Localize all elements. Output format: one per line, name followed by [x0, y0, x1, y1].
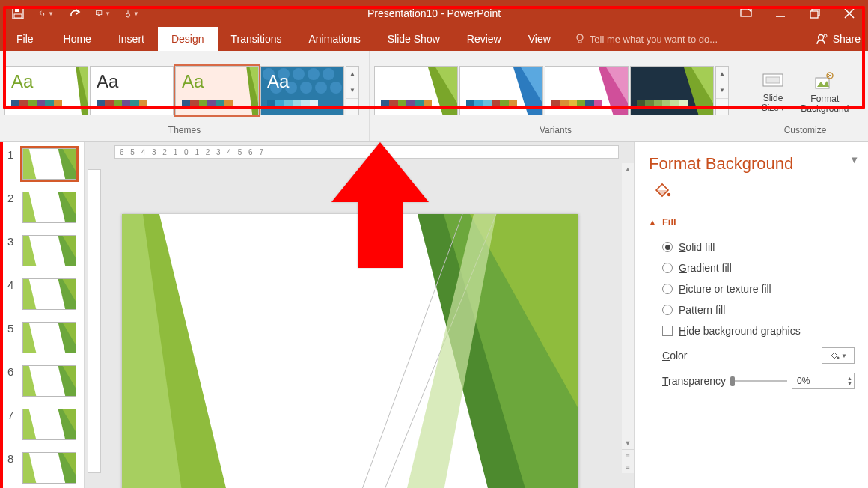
hide-bg-graphics-check[interactable]: Hide background graphics — [649, 322, 855, 343]
fill-bucket-icon[interactable] — [652, 181, 855, 203]
format-background-label: FormatBackground — [801, 94, 849, 114]
slide-size-button[interactable]: SlideSize ▾ — [756, 67, 791, 114]
spin-up-icon[interactable]: ▲ — [847, 376, 852, 381]
touch-mouse-mode-icon[interactable]: ▼ — [124, 6, 139, 21]
tab-home[interactable]: Home — [50, 27, 105, 51]
radio-icon — [662, 305, 673, 315]
slide-thumbnail[interactable]: 3 — [3, 234, 84, 277]
slide-editor: 6 5 4 3 2 1 0 1 2 3 4 5 6 7 — [84, 142, 635, 488]
radio-icon — [662, 242, 673, 252]
svg-marker-52 — [23, 279, 36, 310]
tab-design[interactable]: Design — [158, 27, 218, 51]
share-button[interactable]: Share — [809, 27, 868, 51]
themes-group: AaAa AaAa▲▼▾ Themes — [0, 51, 370, 141]
picture-fill-radio[interactable]: Picture or texture fill — [649, 280, 855, 301]
gradient-fill-radio[interactable]: Gradient fill — [649, 259, 855, 280]
svg-rect-1 — [15, 8, 19, 12]
slide-thumbnail[interactable]: 7 — [3, 407, 84, 451]
tab-view[interactable]: View — [515, 27, 564, 51]
themes-group-label: Themes — [0, 125, 369, 141]
variants-group-label: Variants — [370, 125, 742, 141]
variant-card[interactable] — [545, 66, 629, 115]
workspace: 1 2 3 4 — [0, 142, 868, 488]
transparency-value: 0% — [797, 376, 810, 386]
variant-card[interactable] — [630, 66, 714, 115]
color-control-row: Color ▼ — [649, 343, 855, 368]
slide-thumbnail[interactable]: 2 — [3, 190, 84, 234]
minimize-icon[interactable] — [774, 7, 787, 20]
restore-icon[interactable] — [808, 7, 822, 20]
gallery-down-icon[interactable]: ▼ — [346, 82, 358, 99]
transparency-label: Transparency — [662, 375, 726, 387]
themes-gallery-scroll[interactable]: ▲▼▾ — [346, 66, 359, 115]
transparency-slider[interactable] — [726, 380, 792, 382]
close-icon[interactable] — [843, 7, 856, 20]
redo-icon[interactable] — [67, 6, 82, 21]
gallery-up-icon[interactable]: ▲ — [346, 67, 358, 83]
pane-menu-icon[interactable]: ▼ — [849, 154, 859, 165]
customize-group: SlideSize ▾ FormatBackground Customize — [742, 51, 868, 141]
variant-card[interactable] — [459, 66, 543, 115]
scroll-down-icon[interactable]: ▼ — [622, 437, 634, 449]
thumb-preview — [22, 148, 76, 180]
color-label: Color — [662, 350, 687, 362]
variant-card[interactable] — [374, 66, 458, 115]
window-title: Presentation10 - PowerPoint — [367, 7, 501, 19]
thumb-preview — [22, 322, 76, 353]
tab-slide-show[interactable]: Slide Show — [374, 27, 453, 51]
gallery-down-icon[interactable]: ▼ — [716, 82, 728, 99]
slide-thumbnail[interactable]: 5 — [3, 320, 84, 364]
tab-transitions[interactable]: Transitions — [218, 27, 296, 51]
chevron-down-icon: ▼ — [841, 353, 847, 359]
fill-section-toggle[interactable]: ▲ Fill — [649, 216, 855, 228]
svg-rect-40 — [766, 77, 780, 83]
share-icon — [816, 33, 828, 45]
variants-gallery-scroll[interactable]: ▲▼▾ — [715, 66, 729, 115]
tab-file[interactable]: File — [0, 27, 50, 51]
slide-thumbnail[interactable]: 1 — [3, 147, 84, 190]
solid-fill-radio[interactable]: Solid fill — [649, 238, 855, 259]
tell-me-search[interactable]: Tell me what you want to do... — [564, 27, 809, 51]
scroll-up-icon[interactable]: ▲ — [622, 163, 634, 175]
radio-icon — [662, 284, 673, 294]
format-background-button[interactable]: FormatBackground — [795, 67, 855, 114]
slide-thumbnail[interactable]: 4 — [3, 277, 84, 320]
tab-insert[interactable]: Insert — [105, 27, 158, 51]
previous-slide-icon[interactable]: ≡ — [622, 449, 634, 461]
save-icon[interactable] — [10, 6, 25, 21]
slide-thumbnail[interactable]: 6 — [3, 364, 84, 407]
start-from-beginning-icon[interactable]: ▼ — [96, 6, 111, 21]
format-background-icon — [814, 70, 835, 91]
svg-marker-49 — [23, 236, 36, 266]
theme-card[interactable]: Aa — [175, 66, 259, 115]
color-picker-button[interactable]: ▼ — [822, 347, 855, 364]
theme-card[interactable]: Aa — [90, 66, 174, 115]
vertical-ruler[interactable] — [88, 169, 101, 473]
svg-point-24 — [323, 68, 334, 80]
ribbon-display-options-icon[interactable] — [739, 7, 753, 20]
variants-group: ▲▼▾ Variants — [370, 51, 742, 141]
thumb-preview — [22, 452, 76, 484]
transparency-input[interactable]: 0% ▲▼ — [792, 373, 855, 389]
slide-thumbnail[interactable]: 8 — [3, 451, 84, 488]
undo-icon[interactable]: ▼ — [39, 6, 54, 21]
thumb-preview — [22, 278, 76, 310]
collapse-triangle-icon: ▲ — [649, 218, 656, 226]
gallery-more-icon[interactable]: ▾ — [716, 99, 728, 115]
thumb-number: 3 — [7, 235, 18, 248]
tab-animations[interactable]: Animations — [295, 27, 373, 51]
gradient-fill-label: Gradient fill — [679, 262, 732, 274]
thumb-preview — [22, 192, 76, 223]
gallery-more-icon[interactable]: ▾ — [346, 99, 358, 115]
gallery-up-icon[interactable]: ▲ — [716, 67, 728, 83]
transparency-control-row: Transparency 0% ▲▼ — [649, 368, 855, 394]
theme-card[interactable]: Aa — [4, 66, 88, 115]
tab-review[interactable]: Review — [453, 27, 515, 51]
spin-down-icon[interactable]: ▼ — [847, 381, 852, 386]
vertical-scrollbar[interactable]: ▲ ▼ ≡ ≡ — [622, 163, 634, 473]
picture-fill-label: Picture or texture fill — [679, 283, 771, 295]
quick-access-toolbar: ▼ ▼ ▼ — [0, 6, 139, 21]
next-slide-icon[interactable]: ≡ — [622, 461, 634, 473]
pattern-fill-radio[interactable]: Pattern fill — [649, 301, 855, 322]
theme-card[interactable]: Aa — [260, 66, 344, 115]
